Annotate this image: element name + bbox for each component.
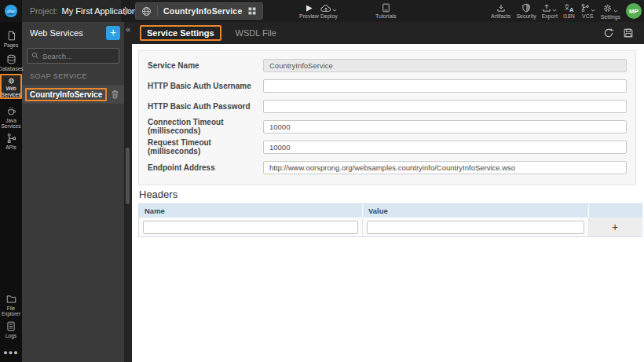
security-label: Security [516, 13, 536, 19]
headers-section-title: Headers [139, 188, 177, 200]
artifacts-label: Artifacts [491, 13, 510, 19]
sidebar-item-logs[interactable]: Logs [0, 319, 22, 338]
open-service-tab[interactable]: CountryInfoService [135, 2, 263, 20]
topbar-right-cluster: Artifacts Security Export [491, 2, 642, 20]
search-input[interactable] [42, 52, 115, 60]
caret-down-icon [552, 9, 557, 13]
sidebar-item-databases[interactable]: Databases [0, 52, 22, 71]
headers-column-name: Name [139, 204, 363, 218]
http-basic-auth-password-field[interactable] [263, 100, 627, 113]
scrollbar-thumb[interactable] [126, 148, 130, 204]
settings-gear-icon [602, 3, 613, 13]
headers-column-actions [589, 204, 641, 218]
form-row-request-timeout: Request Timeout (milliseconds) [139, 137, 635, 157]
i18n-button[interactable]: A I18N [563, 2, 575, 20]
tab-service-settings[interactable]: Service Settings [140, 25, 221, 41]
vcs-branch-icon [580, 3, 590, 13]
security-button[interactable]: Security [516, 2, 536, 20]
export-label: Export [542, 13, 558, 19]
databases-label: Databases [0, 66, 24, 71]
add-header-button[interactable]: + [612, 221, 618, 232]
trash-icon [111, 90, 119, 99]
breadcrumb-chevron-icon [124, 6, 130, 16]
header-value-input[interactable] [367, 221, 584, 234]
apis-icon [6, 133, 16, 143]
web-services-label: Web Services [2, 86, 21, 97]
http-basic-auth-password-label: HTTP Basic Auth Password [139, 102, 263, 111]
form-row-username: HTTP Basic Auth Username [139, 75, 635, 96]
play-icon [305, 4, 313, 13]
pages-icon [6, 31, 16, 41]
artifacts-button[interactable]: Artifacts [491, 2, 510, 20]
vcs-button[interactable]: VCS [580, 2, 595, 20]
header-name-input[interactable] [143, 221, 358, 234]
web-services-globe-icon [6, 78, 16, 84]
collapse-panel-button[interactable]: « [124, 22, 132, 36]
form-row-endpoint-address: Endpoint Address [139, 157, 635, 177]
panel-scrollbar: « [124, 22, 132, 362]
soap-service-section-label: SOAP SERVICE [22, 67, 124, 85]
i18n-label: I18N [563, 13, 575, 19]
tutorials-book-icon [382, 3, 390, 13]
save-icon[interactable] [623, 27, 634, 38]
service-tab-label: CountryInfoService [163, 6, 242, 16]
refresh-icon[interactable] [603, 27, 614, 38]
sidebar-item-apis[interactable]: APIs [0, 130, 22, 150]
header-value-cell [363, 218, 589, 236]
headers-column-value: Value [363, 204, 589, 218]
sidebar-item-pages[interactable]: Pages [0, 28, 22, 48]
service-search-box[interactable] [27, 48, 119, 64]
service-name-field [263, 59, 627, 72]
settings-label: Settings [601, 14, 620, 20]
content-header-icons [603, 27, 644, 38]
file-explorer-label: File Explorer [0, 305, 22, 317]
form-row-password: HTTP Basic Auth Password [139, 96, 635, 116]
vcs-label: VCS [582, 13, 593, 19]
delete-service-button[interactable] [111, 90, 119, 99]
header-name-cell [139, 218, 363, 236]
panel-header: Web Services + [22, 22, 124, 44]
request-timeout-label: Request Timeout (milliseconds) [139, 138, 263, 155]
connection-timeout-label: Connection Timeout (milliseconds) [139, 118, 263, 135]
tab-wsdl-file[interactable]: WSDL File [236, 28, 276, 38]
service-name-label: Service Name [139, 61, 263, 70]
globe-icon [141, 6, 152, 16]
app-logo[interactable] [0, 0, 22, 22]
headers-table-row: + [139, 218, 642, 236]
caret-down-icon [332, 9, 337, 13]
settings-button[interactable]: Settings [601, 2, 620, 20]
sidebar-item-file-explorer[interactable]: File Explorer [0, 292, 22, 317]
service-item-name[interactable]: CountryInfoService [25, 88, 107, 101]
deploy-button[interactable]: Deploy [320, 2, 338, 20]
grid-icon[interactable] [247, 6, 257, 16]
top-bar: Project: My First Application CountryInf… [0, 0, 644, 22]
sidebar-item-web-services[interactable]: Web Services [0, 74, 22, 99]
tutorials-button[interactable]: Tutorials [375, 2, 397, 20]
search-icon [31, 52, 39, 60]
service-settings-content: Service Name HTTP Basic Auth Username HT… [132, 44, 644, 362]
logs-label: Logs [5, 333, 16, 338]
more-menu-button[interactable]: ●●● [0, 349, 22, 357]
form-row-service-name: Service Name [139, 55, 635, 75]
tutorials-label: Tutorials [375, 13, 397, 19]
project-label: Project: [30, 6, 58, 16]
preview-button[interactable]: Preview [299, 2, 319, 20]
logs-icon [6, 321, 16, 331]
project-breadcrumb[interactable]: Project: My First Application [22, 0, 121, 22]
http-basic-auth-username-field[interactable] [263, 79, 627, 93]
request-timeout-field[interactable] [263, 141, 627, 154]
panel-title: Web Services [30, 28, 106, 38]
service-list-item[interactable]: CountryInfoService [22, 85, 124, 104]
endpoint-address-field[interactable] [263, 161, 627, 174]
add-service-button[interactable]: + [106, 26, 120, 40]
i18n-translate-icon: A [564, 3, 574, 13]
headers-table-header: Name Value [139, 204, 642, 218]
export-button[interactable]: Export [542, 2, 558, 20]
caret-down-icon [613, 9, 618, 13]
connection-timeout-field[interactable] [263, 120, 627, 133]
sidebar-item-java-services[interactable]: Java Services [0, 104, 22, 130]
deploy-label: Deploy [320, 13, 338, 19]
web-services-panel: Web Services + SOAP SERVICE CountryInfoS… [22, 22, 124, 362]
http-basic-auth-username-label: HTTP Basic Auth Username [139, 82, 263, 90]
user-avatar[interactable]: MP [626, 3, 642, 19]
